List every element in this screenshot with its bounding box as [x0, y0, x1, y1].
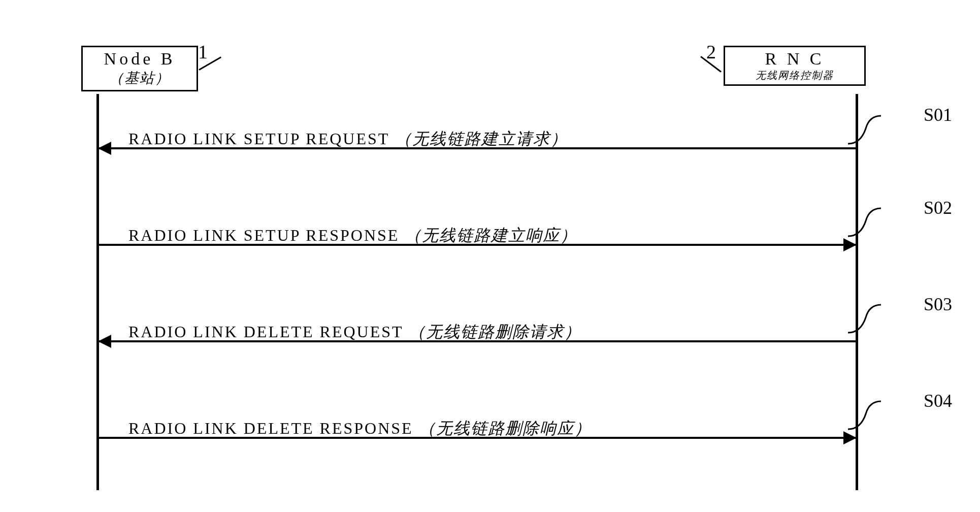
participant-right-title: R N C: [729, 49, 860, 69]
participant-left-subtitle: （基站）: [87, 69, 192, 88]
step-label-s02: S02: [924, 197, 952, 218]
arrow-right-icon: [843, 431, 857, 444]
participant-rnc: R N C 无线网络控制器: [724, 46, 866, 86]
participant-right-subtitle: 无线网络控制器: [729, 69, 860, 82]
message-s04-en: RADIO LINK DELETE RESPONSE: [128, 419, 413, 437]
arrow-left-icon: [98, 142, 111, 155]
message-s02-cn: （无线链路建立响应）: [405, 226, 577, 244]
message-s01-line: [98, 147, 857, 149]
message-s04-line: [98, 437, 857, 439]
arrow-left-icon: [98, 335, 111, 348]
arrow-right-icon: [843, 238, 857, 251]
participant-left-title: Node B: [87, 49, 192, 69]
message-s03-en: RADIO LINK DELETE REQUEST: [128, 323, 403, 341]
message-s01-cn: （无线链路建立请求）: [395, 130, 568, 148]
participant-left-label: 1: [198, 41, 208, 63]
message-s01: RADIO LINK SETUP REQUEST （无线链路建立请求）: [98, 147, 857, 180]
step-label-s04: S04: [924, 390, 952, 411]
message-s04-cn: （无线链路删除响应）: [419, 419, 592, 437]
message-s02-en: RADIO LINK SETUP RESPONSE: [128, 226, 399, 244]
sequence-diagram: 1 Node B （基站） 2 R N C 无线网络控制器 RADIO LINK…: [81, 41, 873, 488]
message-s03: RADIO LINK DELETE REQUEST （无线链路删除请求）: [98, 340, 857, 373]
message-s01-en: RADIO LINK SETUP REQUEST: [128, 130, 389, 148]
step-label-s01: S01: [924, 104, 952, 125]
step-curve-s02: [843, 203, 884, 239]
message-s02-line: [98, 244, 857, 246]
step-curve-s04: [843, 396, 884, 432]
participant-node-b: Node B （基站）: [81, 46, 198, 91]
step-curve-s01: [843, 111, 884, 146]
message-s03-cn: （无线链路删除请求）: [409, 323, 581, 341]
message-s03-line: [98, 340, 857, 342]
message-s04: RADIO LINK DELETE RESPONSE （无线链路删除响应）: [98, 437, 857, 469]
step-curve-s03: [843, 300, 884, 335]
step-label-s03: S03: [924, 294, 952, 315]
participant-right-label: 2: [706, 41, 716, 63]
message-s02: RADIO LINK SETUP RESPONSE （无线链路建立响应）: [98, 244, 857, 276]
